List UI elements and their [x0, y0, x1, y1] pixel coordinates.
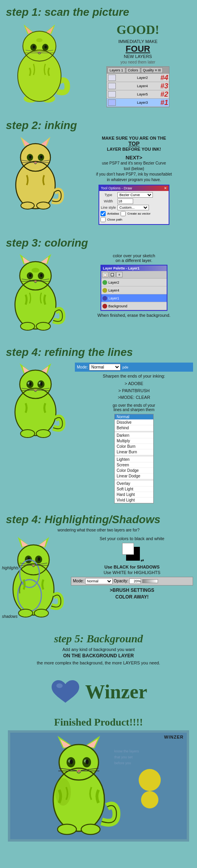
tool-panel-body: Type Bezier Curve Width Line style [99, 191, 169, 224]
adobe-instructions: > ADOBE > PAINTBRUSH >MODE: CLEAR [75, 380, 193, 401]
svg-text:know the layers: know the layers [114, 749, 139, 753]
finished-frame: WINZER know the layers that you set befo… [8, 730, 189, 842]
step5-section: step 5: Background Add any kind of backg… [0, 629, 197, 669]
blend-modes-panel: Normal Dissolve Behind Darken Multiply C… [114, 414, 154, 503]
make-sure-text: MAKE SURE YOU ARE ON THE TOP LAYER BEFOR… [75, 136, 193, 152]
blend-color-burn[interactable]: Color Burn [115, 444, 153, 449]
step1-cat-illustration [0, 21, 79, 107]
layers-panel: Layers 1 Colors Quality ≡ III Layer2 #4 … [106, 66, 169, 107]
width-input[interactable] [117, 198, 133, 204]
opacity-slider[interactable] [142, 579, 158, 583]
palette-layer-layer2[interactable]: Layer2 [101, 279, 167, 286]
blend-normal[interactable]: Normal [115, 414, 153, 420]
svg-point-45 [32, 268, 39, 273]
layer-row-3[interactable]: Layer4 #3 [107, 82, 169, 90]
tool-options-panel: Tool Options - Draw ✕ Type Bezier Curve … [98, 185, 169, 225]
winzer-credit: WINZER [164, 735, 184, 739]
palette-layer-name-4: Layer4 [108, 288, 119, 292]
finished-section: Finished Product!!!! WINZER know the lay… [0, 715, 197, 851]
palette-layer-name-bg: Background [108, 304, 127, 308]
step2-right-panel: MAKE SURE YOU ARE ON THE TOP LAYER BEFOR… [71, 134, 197, 229]
layers-tab[interactable]: Layers 1 [108, 67, 125, 73]
blend-darken[interactable]: Darken [115, 433, 153, 438]
layer-row-1[interactable]: Layer3 #1 [107, 99, 169, 107]
mode-bar: Mode: Normal pde [75, 363, 193, 372]
palette-btn-3[interactable]: ≡ [116, 272, 123, 277]
antialias-checkbox[interactable] [100, 211, 106, 216]
blend-dissolve[interactable]: Dissolve [115, 420, 153, 425]
palette-layer-layer4[interactable]: Layer4 [101, 286, 167, 294]
tool-panel-close[interactable]: ✕ [164, 186, 167, 190]
tool-panel-header: Tool Options - Draw ✕ [99, 185, 169, 191]
blend-linear-dodge[interactable]: Linear Dodge [115, 473, 153, 479]
layer-number-2: #2 [160, 90, 168, 99]
blend-screen[interactable]: Screen [115, 462, 153, 468]
palette-layer-name-1: Layer1 [108, 296, 119, 300]
close-path-row: Close path [100, 217, 167, 222]
palette-btn-1[interactable]: 📋 [102, 272, 108, 277]
opacity-input[interactable] [129, 578, 141, 584]
svg-point-99 [19, 609, 33, 617]
blend-color-dodge[interactable]: Color Dodge [115, 468, 153, 473]
svg-point-91 [38, 557, 40, 561]
layer-number-4: #4 [160, 74, 168, 82]
signature-area: Winzer [0, 669, 197, 715]
palette-btn-2[interactable]: 🔲 [109, 272, 115, 277]
step4b-right-panel: Set your colors to black and white ⇄ Use… [67, 534, 197, 602]
line-style-select[interactable]: Custom... [117, 205, 149, 210]
blend-vivid-light[interactable]: Vivid Light [115, 498, 153, 503]
step2-title: step 2: inking [0, 115, 197, 134]
layer-palette-title: Layer Palette - Layer1 [101, 266, 167, 271]
swap-icon[interactable]: ⇄ [141, 558, 144, 563]
sharpen-text: Sharpen the ends of your inking: [75, 374, 193, 378]
opacity-label: Opacity: [114, 579, 128, 583]
mode-select-4b[interactable]: Normal [85, 578, 113, 584]
blend-lighten[interactable]: Lighten [115, 457, 153, 462]
svg-point-78 [20, 430, 35, 438]
svg-point-58 [36, 322, 50, 330]
step1-section: step 1: scan the picture [0, 0, 197, 113]
add-bg-text: Add any kind of background you want [0, 647, 197, 652]
svg-point-71 [29, 382, 32, 386]
svg-text:before you: before you [114, 761, 131, 765]
create-vector-checkbox[interactable] [121, 211, 126, 216]
palette-layer-background[interactable]: Background [101, 302, 167, 310]
width-row: Width [100, 198, 167, 204]
line-style-label: Line style [100, 206, 116, 210]
mode-label-4b: Mode: [73, 579, 84, 583]
layer-row-4[interactable]: Layer2 #4 [107, 74, 169, 82]
svg-point-38 [37, 202, 50, 209]
type-select[interactable]: Bezier Curve [117, 192, 153, 198]
svg-point-72 [40, 382, 43, 386]
layer-palette-toolbar: 📋 🔲 ≡ [101, 271, 167, 279]
colors-tab[interactable]: Colors [126, 67, 140, 73]
blend-soft-light[interactable]: Soft Light [115, 486, 153, 492]
antialias-row: Antialias Create as vector [100, 211, 167, 216]
you-need-label: you need them later [83, 60, 193, 64]
svg-point-50 [29, 274, 32, 277]
palette-layer-name-2: Layer2 [108, 281, 119, 284]
type-label: Type [100, 193, 116, 197]
mode-select[interactable]: Normal [89, 364, 121, 370]
white-swatch [122, 543, 134, 555]
svg-point-129 [81, 824, 100, 834]
step3-title: step 3: coloring [0, 233, 197, 251]
blend-behind[interactable]: Behind [115, 425, 153, 431]
blend-linear-burn[interactable]: Linear Burn [115, 449, 153, 455]
color-over-text: color over your sketch on a different la… [75, 253, 193, 263]
blend-separator-2 [115, 456, 153, 456]
close-path-checkbox[interactable] [100, 217, 106, 222]
brush-settings-text: >BRUSH SETTINGS [71, 587, 193, 593]
quality-tab[interactable]: Quality ≡ III [141, 67, 163, 73]
palette-layer-layer1[interactable]: Layer1 [101, 294, 167, 302]
svg-point-128 [58, 824, 76, 834]
svg-point-30 [29, 155, 32, 159]
step4b-title: step 4: Highlighting/Shadows [0, 509, 197, 528]
blend-multiply[interactable]: Multiply [115, 438, 153, 444]
blend-hard-light[interactable]: Hard Light [115, 492, 153, 498]
blend-overlay[interactable]: Overlay [115, 481, 153, 486]
layer-row-2[interactable]: Layer5 #2 [107, 90, 169, 99]
step3-cat-illustration [0, 251, 71, 338]
tool-options-title: Tool Options - Draw [101, 186, 132, 190]
svg-point-79 [36, 430, 50, 438]
